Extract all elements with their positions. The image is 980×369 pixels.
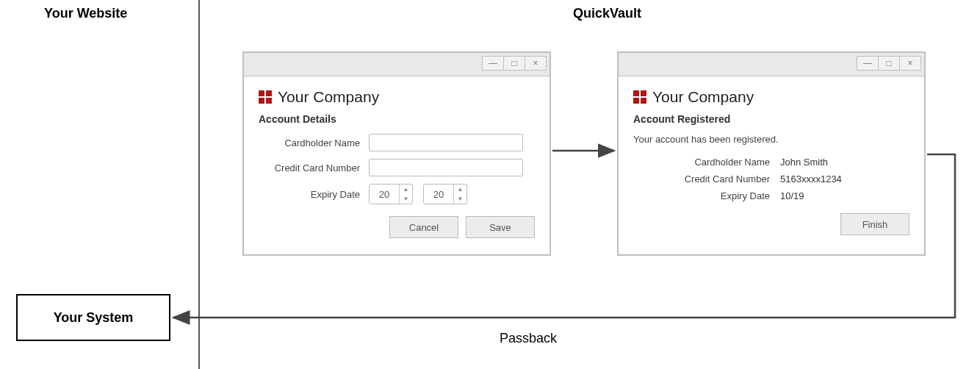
cardholder-label: Cardholder Name: [259, 137, 369, 148]
region-divider: [198, 0, 200, 369]
cardholder-input[interactable]: [369, 134, 523, 151]
company-logo-icon: [633, 90, 646, 104]
region-label-quickvault: QuickVault: [573, 6, 641, 21]
your-system-box: Your System: [16, 294, 170, 341]
company-name: Your Company: [278, 88, 379, 106]
cardnumber-label: Credit Card Number: [259, 162, 369, 173]
titlebar: — □ ×: [619, 53, 924, 76]
expiry-value: 10/19: [780, 190, 804, 201]
section-heading: Account Details: [259, 113, 535, 125]
confirmation-message: Your account has been registered.: [633, 134, 909, 145]
cardnumber-input[interactable]: [369, 159, 523, 176]
region-label-your-website: Your Website: [44, 6, 127, 21]
titlebar: — □ ×: [244, 53, 550, 76]
window-close-button[interactable]: ×: [525, 56, 547, 71]
stepper-arrows-icon[interactable]: ▲▼: [399, 184, 412, 204]
company-header: Your Company: [259, 88, 535, 106]
section-heading: Account Registered: [633, 113, 909, 125]
window-minimize-button[interactable]: —: [482, 56, 504, 71]
window-minimize-button[interactable]: —: [857, 56, 879, 71]
expiry-month-value: 20: [370, 189, 399, 200]
cancel-button[interactable]: Cancel: [389, 216, 458, 238]
company-name: Your Company: [652, 88, 754, 106]
company-header: Your Company: [633, 88, 909, 106]
expiry-year-value: 20: [424, 189, 453, 200]
passback-label: Passback: [500, 331, 557, 346]
expiry-year-stepper[interactable]: 20 ▲▼: [423, 184, 467, 204]
window-maximize-button[interactable]: □: [503, 56, 525, 71]
save-button[interactable]: Save: [466, 216, 535, 238]
window-close-button[interactable]: ×: [899, 56, 921, 71]
expiry-label: Expiry Date: [633, 190, 780, 201]
window-account-details: — □ × Your Company Account Details Cardh…: [242, 51, 551, 256]
cardholder-label: Cardholder Name: [633, 157, 780, 168]
cardnumber-value: 5163xxxx1234: [780, 173, 842, 184]
cardholder-value: John Smith: [780, 157, 828, 168]
company-logo-icon: [259, 90, 272, 104]
cardnumber-label: Credit Card Number: [633, 173, 780, 184]
finish-button[interactable]: Finish: [840, 213, 909, 235]
window-account-registered: — □ × Your Company Account Registered Yo…: [617, 51, 926, 256]
expiry-label: Expiry Date: [259, 189, 369, 200]
window-maximize-button[interactable]: □: [878, 56, 900, 71]
expiry-month-stepper[interactable]: 20 ▲▼: [369, 184, 413, 204]
stepper-arrows-icon[interactable]: ▲▼: [453, 184, 466, 204]
